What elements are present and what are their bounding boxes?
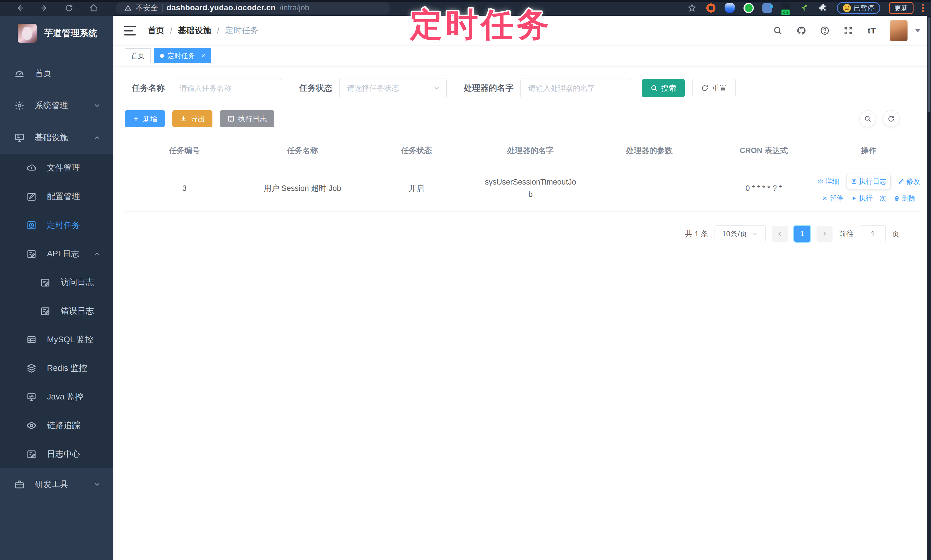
reload-icon[interactable] <box>64 3 74 13</box>
emoji-face-icon <box>843 4 851 12</box>
add-button[interactable]: 新增 <box>125 110 165 127</box>
stack-icon <box>26 363 37 374</box>
reset-button[interactable]: 重置 <box>692 79 736 97</box>
update-label: 更新 <box>894 3 908 12</box>
delete-link[interactable]: 删除 <box>894 194 916 203</box>
sidebar-item-label: API 日志 <box>47 248 79 260</box>
sidebar-item-devtools[interactable]: 研发工具 <box>0 468 113 500</box>
extension-puzzle-blue-icon[interactable] <box>762 3 772 13</box>
paused-label: 已暂停 <box>854 3 874 12</box>
page-1-button[interactable]: 1 <box>794 226 810 242</box>
home-icon[interactable] <box>89 3 99 13</box>
row-actions: 详细 执行日志 修改 <box>818 174 920 203</box>
sidebar-item-error-log[interactable]: 错误日志 <box>0 297 113 325</box>
sidebar-item-home[interactable]: 首页 <box>0 57 113 89</box>
url-domain[interactable]: dashboard.yudao.iocoder.cn <box>166 3 276 12</box>
extension-green-icon[interactable] <box>743 3 754 13</box>
cell-job-status: 开启 <box>361 183 472 194</box>
fullscreen-icon[interactable] <box>843 25 854 36</box>
search-button[interactable]: 搜索 <box>642 79 685 97</box>
run-once-link[interactable]: 执行一次 <box>851 194 886 203</box>
sidebar-item-infra[interactable]: 基础设施 <box>0 122 113 154</box>
tag-label: 定时任务 <box>168 51 195 60</box>
tag-home[interactable]: 首页 <box>125 48 151 63</box>
tag-label: 首页 <box>131 51 145 60</box>
sidebar-item-config[interactable]: 配置管理 <box>0 182 113 211</box>
font-size-icon[interactable]: tT <box>866 25 877 36</box>
job-name-input[interactable] <box>172 78 282 98</box>
detail-link[interactable]: 详细 <box>817 177 839 186</box>
help-icon[interactable] <box>819 25 830 36</box>
search-icon[interactable] <box>772 25 783 36</box>
next-page-button[interactable] <box>817 226 832 242</box>
handler-name-input[interactable] <box>521 78 632 98</box>
goto-page-input[interactable] <box>860 226 886 242</box>
address-bar[interactable]: 不安全 dashboard.yudao.iocoder.cn /infra/jo… <box>116 2 390 14</box>
forward-icon[interactable] <box>40 3 49 13</box>
page-size-select[interactable]: 10条/页 <box>715 226 766 242</box>
sidebar-submenu-infra: 文件管理 配置管理 定时任务 API 日志 <box>0 154 113 468</box>
job-status-select[interactable] <box>339 78 447 98</box>
github-icon[interactable] <box>796 25 807 36</box>
cell-cron: 0 * * * * ? * <box>710 184 818 193</box>
avatar-caret-icon[interactable] <box>915 29 921 32</box>
sidebar-item-label: 配置管理 <box>47 191 80 202</box>
paused-capsule[interactable]: 已暂停 <box>837 2 880 14</box>
url-path[interactable]: /infra/job <box>280 3 310 12</box>
sidebar-item-java[interactable]: Java 监控 <box>0 383 113 411</box>
page-scrollbar[interactable] <box>927 16 931 560</box>
security-label[interactable]: 不安全 <box>136 3 158 13</box>
scrollbar-thumb[interactable] <box>928 17 930 112</box>
exec-log-button-label: 执行日志 <box>238 114 267 124</box>
extensions-puzzle-icon[interactable] <box>818 3 828 13</box>
exec-log-button[interactable]: 执行日志 <box>220 110 274 127</box>
prev-page-button[interactable] <box>772 226 788 242</box>
sidebar-item-label: 日志中心 <box>47 448 80 460</box>
sidebar-item-system[interactable]: 系统管理 <box>0 89 113 122</box>
extension-blue-icon[interactable] <box>724 3 735 13</box>
browser-menu-icon[interactable] <box>922 4 924 12</box>
url-divider <box>162 4 163 12</box>
extension-dark-icon[interactable]: on <box>781 3 791 13</box>
export-button[interactable]: 导出 <box>172 110 213 127</box>
close-icon[interactable]: × <box>201 52 205 60</box>
sidebar-item-job[interactable]: 定时任务 <box>0 211 113 240</box>
col-header-name: 任务名称 <box>244 136 361 165</box>
sidebar-item-mysql[interactable]: MySQL 监控 <box>0 325 113 354</box>
refresh-button[interactable] <box>883 111 900 127</box>
col-header-cron: CRON 表达式 <box>710 136 818 165</box>
sidebar-item-label: 访问日志 <box>61 277 94 288</box>
edit-link[interactable]: 修改 <box>898 177 920 186</box>
browser-update-button[interactable]: 更新 <box>889 2 914 14</box>
tag-job[interactable]: 定时任务 × <box>154 48 211 63</box>
sidebar-item-file[interactable]: 文件管理 <box>0 154 113 182</box>
sidebar-item-api-log[interactable]: API 日志 <box>0 240 113 268</box>
sidebar-item-access-log[interactable]: 访问日志 <box>0 268 113 297</box>
extension-sprout-icon[interactable] <box>799 3 809 13</box>
breadcrumb-section[interactable]: 基础设施 <box>178 25 211 36</box>
sidebar-collapse-icon[interactable] <box>124 26 136 35</box>
sidebar-item-label: 错误日志 <box>61 305 94 317</box>
back-icon[interactable] <box>15 3 25 13</box>
toggle-search-button[interactable] <box>859 111 876 127</box>
extension-orange-icon[interactable] <box>706 3 716 13</box>
sidebar-logo-row[interactable]: 芋道管理系统 <box>0 16 113 50</box>
sidebar-item-redis[interactable]: Redis 监控 <box>0 354 113 383</box>
job-status-select-input[interactable] <box>339 78 447 98</box>
sidebar-item-log-center[interactable]: 日志中心 <box>0 440 113 468</box>
breadcrumb-home[interactable]: 首页 <box>148 25 164 36</box>
timer-icon <box>26 220 37 230</box>
avatar[interactable] <box>890 20 908 41</box>
export-button-label: 导出 <box>191 114 205 124</box>
bookmark-star-icon[interactable] <box>687 3 697 13</box>
handler-name-label: 处理器的名字 <box>464 82 513 94</box>
active-dot-icon <box>160 54 164 58</box>
chevron-down-icon <box>93 102 101 109</box>
sidebar-item-label: 基础设施 <box>35 132 68 143</box>
extension-on-badge: on <box>781 9 790 15</box>
app-logo <box>18 24 37 43</box>
pause-link[interactable]: 暂停 <box>822 194 843 203</box>
row-exec-log-link[interactable]: 执行日志 <box>846 174 891 189</box>
sidebar-item-trace[interactable]: 链路追踪 <box>0 411 113 440</box>
reset-button-label: 重置 <box>712 83 727 93</box>
